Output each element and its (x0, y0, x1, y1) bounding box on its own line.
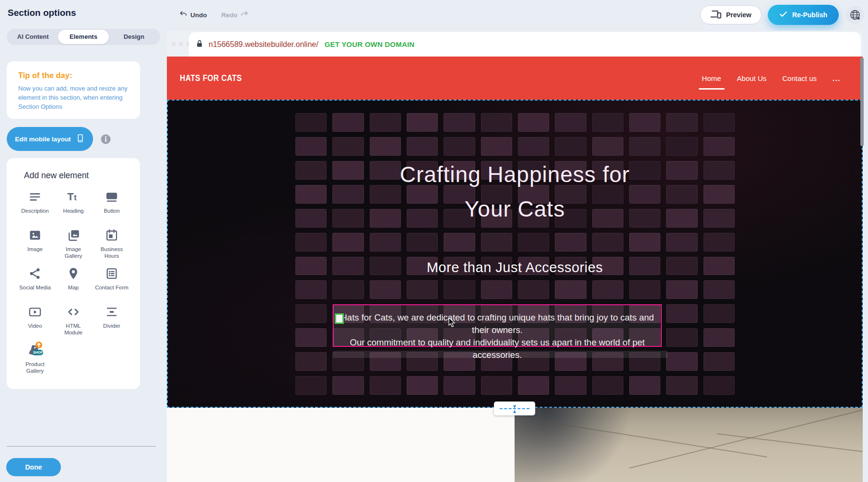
add-element-image-gallery[interactable]: Image Gallery (54, 228, 93, 260)
video-icon (27, 304, 43, 320)
nav-item-contact-us[interactable]: Contact us (782, 74, 817, 82)
address-bar[interactable]: n1566589.websitebuilder.online/ GET YOUR… (189, 32, 861, 57)
republish-button[interactable]: Re-Publish (768, 5, 839, 25)
hero-section-selected[interactable]: Crafting Happiness for Your Cats More th… (167, 100, 863, 408)
preview-label: Preview (726, 11, 751, 19)
wall-tile (629, 137, 660, 156)
selected-text-element[interactable]: Hats for Cats, we are dedicated to craft… (333, 304, 662, 347)
site-url[interactable]: n1566589.websitebuilder.online/ (209, 40, 318, 49)
undo-button[interactable]: Undo (179, 11, 207, 19)
element-label: Business Hours (95, 246, 129, 259)
add-element-description[interactable]: Description (16, 189, 54, 222)
undo-icon (179, 11, 188, 19)
wall-tile (629, 376, 660, 395)
tab-elements[interactable]: Elements (58, 30, 108, 44)
add-element-map[interactable]: Map (54, 266, 93, 298)
button-icon (104, 189, 119, 205)
arrow-down-icon: ▼ (512, 404, 517, 408)
wall-tile (704, 304, 735, 323)
wall-tile (555, 280, 586, 299)
wall-tile (295, 137, 327, 156)
devices-icon (710, 10, 722, 21)
add-element-contact-form[interactable]: Contact Form (93, 266, 131, 298)
social-media-icon (27, 266, 43, 281)
tab-ai-content[interactable]: AI Content (8, 30, 58, 44)
wall-tile (295, 376, 327, 395)
wall-tile (666, 304, 697, 323)
add-element-html-module[interactable]: HTML Module (54, 304, 93, 337)
edit-mobile-layout-button[interactable]: Edit mobile layout (7, 127, 93, 151)
add-element-business-hours[interactable]: Business Hours (93, 228, 131, 260)
wall-tile (295, 328, 327, 347)
next-section[interactable] (167, 408, 863, 482)
wall-tile (704, 280, 735, 299)
wall-tile (332, 113, 364, 132)
tip-heading: Tip of the day: (18, 71, 129, 80)
wall-tile (332, 233, 364, 252)
next-section-photo (515, 408, 863, 482)
product-gallery-icon: SHOP (27, 343, 43, 358)
wall-tile (295, 280, 327, 299)
info-icon[interactable] (100, 134, 111, 145)
nav-item-about-us[interactable]: About Us (737, 74, 767, 82)
wall-tile (444, 376, 475, 395)
add-element-button[interactable]: Button (93, 189, 131, 222)
hero-subtitle[interactable]: More than Just Accessories (168, 260, 862, 275)
nav-item-home[interactable]: Home (702, 74, 721, 82)
add-element-social-media[interactable]: Social Media (16, 266, 54, 298)
add-element-video[interactable]: Video (16, 304, 54, 337)
preview-button[interactable]: Preview (700, 5, 762, 24)
language-globe-icon[interactable] (846, 6, 864, 24)
mouse-cursor (448, 317, 457, 330)
canvas-scrollbar[interactable] (860, 57, 864, 146)
wall-tile (332, 137, 364, 156)
tip-body: Now you can add, move and resize any ele… (18, 84, 139, 112)
wall-tile (518, 113, 549, 132)
get-domain-link[interactable]: GET YOUR OWN DOMAIN (325, 40, 415, 48)
wall-tile (629, 233, 660, 252)
add-element-product-gallery[interactable]: SHOPProduct Gallery (16, 343, 54, 375)
tip-of-the-day-card: Tip of the day: Now you can add, move an… (7, 61, 140, 119)
wall-tile (370, 137, 401, 156)
site-canvas: HATS FOR CATS HomeAbout UsContact us... … (167, 57, 863, 482)
section-resize-handle[interactable]: ▼ ▲ (494, 402, 535, 415)
element-drag-handle[interactable] (335, 313, 344, 324)
tab-design[interactable]: Design (109, 30, 159, 44)
wall-tile (332, 376, 364, 395)
nav-overflow-ellipsis[interactable]: ... (833, 74, 841, 82)
element-label: Divider (95, 323, 129, 330)
hero-title[interactable]: Crafting Happiness for Your Cats (168, 157, 862, 226)
wall-tile (666, 113, 697, 132)
republish-label: Re-Publish (792, 11, 827, 19)
site-header[interactable]: HATS FOR CATS HomeAbout UsContact us... (167, 57, 863, 100)
add-element-heading[interactable]: TtHeading (54, 189, 93, 222)
element-label: Product Gallery (18, 361, 52, 374)
wall-tile (518, 137, 549, 156)
wall-tile (370, 233, 401, 252)
wall-tile (295, 113, 327, 132)
lock-icon (196, 39, 203, 50)
divider-icon (104, 304, 119, 320)
wall-tile (295, 352, 327, 371)
element-label: Description (18, 208, 52, 215)
element-label: Map (57, 285, 90, 291)
site-logo[interactable]: HATS FOR CATS (180, 73, 242, 83)
wall-tile (666, 280, 697, 299)
page-title: Section options (8, 8, 76, 18)
panel-divider (7, 446, 156, 447)
wall-tile (704, 376, 735, 395)
add-element-divider[interactable]: Divider (93, 304, 131, 337)
wall-tile (295, 233, 327, 252)
html-module-icon (66, 304, 81, 320)
element-label: Button (95, 208, 129, 215)
add-element-image[interactable]: Image (16, 228, 54, 260)
check-icon (779, 11, 787, 19)
done-button[interactable]: Done (6, 458, 61, 476)
wall-tile (481, 280, 512, 299)
element-label: HTML Module (57, 323, 90, 336)
wall-tile (518, 280, 549, 299)
wall-tile (629, 280, 660, 299)
wall-tile (704, 137, 735, 156)
redo-button[interactable]: Redo (222, 11, 249, 19)
wall-tile (666, 328, 697, 347)
